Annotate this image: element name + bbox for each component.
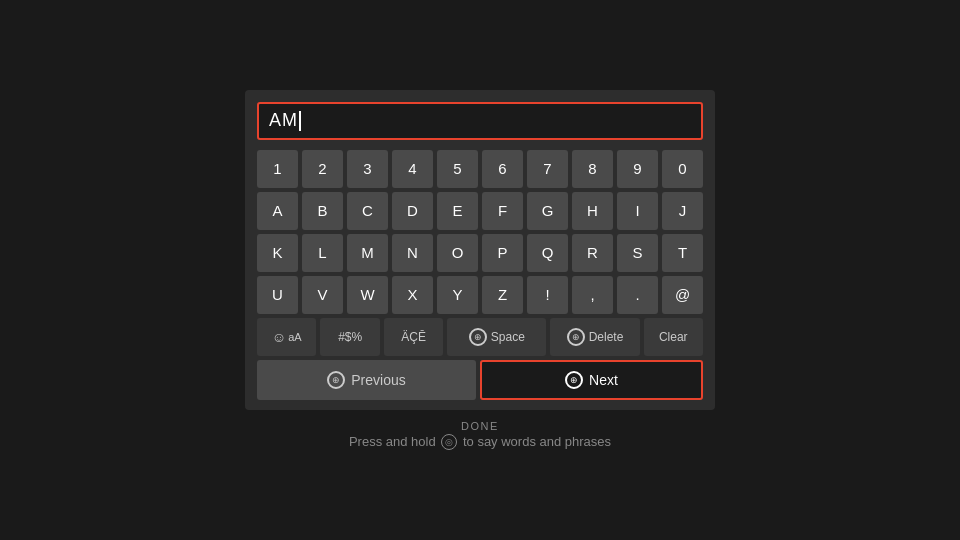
key-label: X bbox=[407, 286, 417, 303]
key-label: 2 bbox=[318, 160, 326, 177]
key-label: W bbox=[360, 286, 374, 303]
keyboard-rows: 1234567890 ABCDEFGHIJ KLMNOPQRST UVWXYZ!… bbox=[257, 150, 703, 356]
key-c[interactable]: C bbox=[347, 192, 388, 230]
key-m[interactable]: M bbox=[347, 234, 388, 272]
key-u[interactable]: U bbox=[257, 276, 298, 314]
key-q[interactable]: Q bbox=[527, 234, 568, 272]
clear-key[interactable]: Clear bbox=[644, 318, 703, 356]
key-label: . bbox=[635, 286, 639, 303]
key-label: Y bbox=[452, 286, 462, 303]
key-7[interactable]: 7 bbox=[527, 150, 568, 188]
key-label: D bbox=[407, 202, 418, 219]
key-label: G bbox=[542, 202, 554, 219]
symbols-label: #$% bbox=[338, 330, 362, 344]
accent-label: ÄÇĒ bbox=[401, 330, 426, 344]
key-x[interactable]: X bbox=[392, 276, 433, 314]
key-0[interactable]: 0 bbox=[662, 150, 703, 188]
key-label: F bbox=[498, 202, 507, 219]
key-label: Q bbox=[542, 244, 554, 261]
key-z[interactable]: Z bbox=[482, 276, 523, 314]
key-label: Z bbox=[498, 286, 507, 303]
key-5[interactable]: 5 bbox=[437, 150, 478, 188]
key-label: ! bbox=[545, 286, 549, 303]
key-sym[interactable]: . bbox=[617, 276, 658, 314]
accent-key[interactable]: ÄÇĒ bbox=[384, 318, 443, 356]
space-label: Space bbox=[491, 330, 525, 344]
hint-text: Press and hold ◎ to say words and phrase… bbox=[349, 434, 611, 451]
delete-label: Delete bbox=[589, 330, 624, 344]
key-i[interactable]: I bbox=[617, 192, 658, 230]
key-k[interactable]: K bbox=[257, 234, 298, 272]
key-sym[interactable]: ! bbox=[527, 276, 568, 314]
previous-label: Previous bbox=[351, 372, 405, 388]
emoji-key[interactable]: ☺ aA bbox=[257, 318, 316, 356]
hint-prefix: Press and hold bbox=[349, 434, 436, 449]
symbols-key[interactable]: #$% bbox=[320, 318, 379, 356]
key-d[interactable]: D bbox=[392, 192, 433, 230]
key-label: 1 bbox=[273, 160, 281, 177]
key-label: 9 bbox=[633, 160, 641, 177]
key-v[interactable]: V bbox=[302, 276, 343, 314]
cursor bbox=[299, 111, 301, 131]
aa-label: aA bbox=[288, 331, 301, 343]
key-r[interactable]: R bbox=[572, 234, 613, 272]
key-sym[interactable]: , bbox=[572, 276, 613, 314]
next-button[interactable]: ⊕ Next bbox=[480, 360, 703, 400]
key-e[interactable]: E bbox=[437, 192, 478, 230]
done-label: DONE bbox=[349, 420, 611, 432]
key-label: H bbox=[587, 202, 598, 219]
key-s[interactable]: S bbox=[617, 234, 658, 272]
key-label: U bbox=[272, 286, 283, 303]
key-label: 6 bbox=[498, 160, 506, 177]
key-3[interactable]: 3 bbox=[347, 150, 388, 188]
delete-circle-icon: ⊕ bbox=[567, 328, 585, 346]
key-sym[interactable]: @ bbox=[662, 276, 703, 314]
text-input-field[interactable]: AM bbox=[257, 102, 703, 140]
key-a[interactable]: A bbox=[257, 192, 298, 230]
key-8[interactable]: 8 bbox=[572, 150, 613, 188]
key-6[interactable]: 6 bbox=[482, 150, 523, 188]
key-label: 7 bbox=[543, 160, 551, 177]
navigation-row: ⊕ Previous ⊕ Next bbox=[257, 360, 703, 400]
key-t[interactable]: T bbox=[662, 234, 703, 272]
key-h[interactable]: H bbox=[572, 192, 613, 230]
previous-button[interactable]: ⊕ Previous bbox=[257, 360, 476, 400]
key-label: J bbox=[679, 202, 687, 219]
delete-key[interactable]: ⊕ Delete bbox=[550, 318, 639, 356]
key-f[interactable]: F bbox=[482, 192, 523, 230]
keyboard-panel: AM 1234567890 ABCDEFGHIJ KLMNOPQRST UVWX… bbox=[245, 90, 715, 410]
key-label: B bbox=[317, 202, 327, 219]
hint-suffix: to say words and phrases bbox=[463, 434, 611, 449]
key-g[interactable]: G bbox=[527, 192, 568, 230]
key-2[interactable]: 2 bbox=[302, 150, 343, 188]
key-l[interactable]: L bbox=[302, 234, 343, 272]
key-label: E bbox=[452, 202, 462, 219]
key-label: K bbox=[272, 244, 282, 261]
letter-row-2: KLMNOPQRST bbox=[257, 234, 703, 272]
key-label: R bbox=[587, 244, 598, 261]
next-label: Next bbox=[589, 372, 618, 388]
input-value: AM bbox=[269, 110, 298, 131]
key-4[interactable]: 4 bbox=[392, 150, 433, 188]
key-9[interactable]: 9 bbox=[617, 150, 658, 188]
number-row: 1234567890 bbox=[257, 150, 703, 188]
key-label: I bbox=[635, 202, 639, 219]
key-w[interactable]: W bbox=[347, 276, 388, 314]
key-label: 4 bbox=[408, 160, 416, 177]
key-b[interactable]: B bbox=[302, 192, 343, 230]
key-1[interactable]: 1 bbox=[257, 150, 298, 188]
key-y[interactable]: Y bbox=[437, 276, 478, 314]
key-label: , bbox=[590, 286, 594, 303]
key-label: 5 bbox=[453, 160, 461, 177]
space-key[interactable]: ⊕ Space bbox=[447, 318, 546, 356]
emoji-icon: ☺ bbox=[272, 329, 286, 345]
key-label: T bbox=[678, 244, 687, 261]
key-label: S bbox=[632, 244, 642, 261]
key-label: P bbox=[497, 244, 507, 261]
key-j[interactable]: J bbox=[662, 192, 703, 230]
key-label: 8 bbox=[588, 160, 596, 177]
footer: DONE Press and hold ◎ to say words and p… bbox=[349, 420, 611, 451]
key-o[interactable]: O bbox=[437, 234, 478, 272]
key-n[interactable]: N bbox=[392, 234, 433, 272]
key-p[interactable]: P bbox=[482, 234, 523, 272]
